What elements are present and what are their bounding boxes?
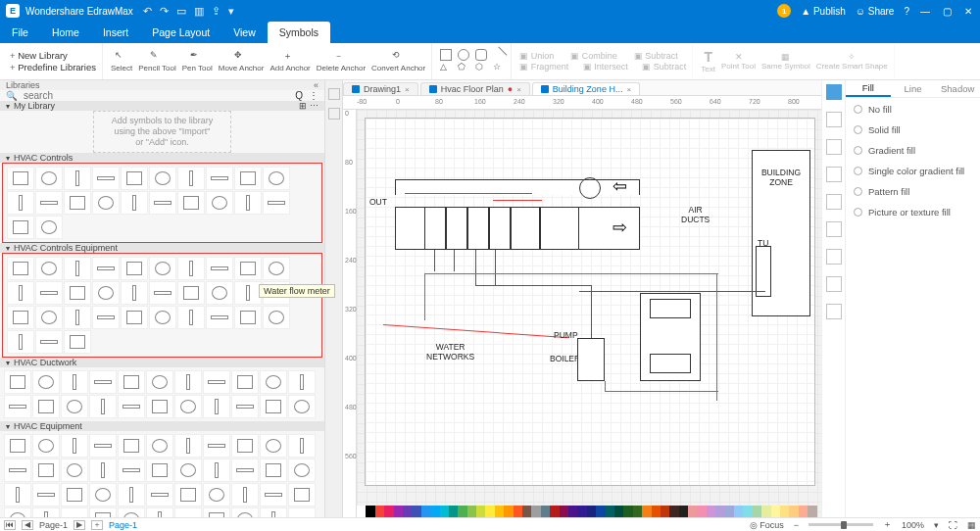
library-symbol[interactable] <box>64 257 91 280</box>
close-icon[interactable]: × <box>405 85 410 94</box>
fullscreen-icon[interactable]: ⛶ <box>949 520 957 530</box>
text-tool[interactable]: TText <box>701 49 715 73</box>
library-symbol[interactable] <box>149 167 176 190</box>
color-swatch[interactable] <box>541 506 550 517</box>
library-symbol[interactable] <box>288 483 316 507</box>
share-button[interactable]: ☺ Share <box>856 6 895 17</box>
zoom-slider[interactable] <box>808 523 873 526</box>
color-swatch[interactable] <box>642 506 651 517</box>
color-swatch[interactable] <box>789 506 798 517</box>
color-swatch[interactable] <box>688 506 697 517</box>
library-symbol[interactable] <box>32 459 60 482</box>
color-swatch[interactable] <box>430 506 439 517</box>
library-symbol[interactable] <box>146 459 173 482</box>
fill-option-gradient[interactable]: Gradient fill <box>854 145 972 156</box>
library-symbol[interactable] <box>32 483 60 507</box>
library-symbol[interactable] <box>7 306 34 329</box>
library-symbol[interactable] <box>174 434 202 458</box>
library-symbol[interactable] <box>288 459 316 482</box>
color-swatch[interactable] <box>550 506 559 517</box>
library-symbol[interactable] <box>146 483 173 507</box>
color-swatch[interactable] <box>799 506 808 517</box>
new-library-button[interactable]: New Library <box>10 50 96 61</box>
tab-line[interactable]: Line <box>891 80 936 97</box>
library-symbol[interactable] <box>118 459 145 482</box>
doctab-hvac-floor-plan[interactable]: Hvac Floor Plan●× <box>420 82 530 95</box>
library-symbol[interactable] <box>89 483 117 507</box>
add-symbol-icon[interactable]: ⊞ <box>299 101 307 111</box>
library-symbol[interactable] <box>118 434 145 458</box>
library-symbol[interactable] <box>174 507 202 517</box>
section-menu-icon[interactable]: ⋯ <box>310 101 318 111</box>
library-symbol[interactable] <box>234 306 262 329</box>
point-tool[interactable]: ✕Point Tool <box>721 52 756 71</box>
library-symbol[interactable] <box>121 257 148 280</box>
color-swatch[interactable] <box>753 506 761 517</box>
library-symbol[interactable] <box>203 434 230 458</box>
library-symbol[interactable] <box>7 191 34 215</box>
library-symbol[interactable] <box>260 459 287 482</box>
layers-icon[interactable] <box>826 167 842 182</box>
color-swatch[interactable] <box>476 506 485 517</box>
library-symbol[interactable] <box>4 507 31 517</box>
library-symbol[interactable] <box>32 434 60 458</box>
drawing-page[interactable]: OUT AHU BUILDING ZONE AIR DUCTS TU <box>365 118 815 486</box>
select-tool[interactable]: ↖Select <box>111 50 132 72</box>
library-symbol[interactable] <box>89 459 117 482</box>
library-symbol[interactable] <box>203 395 230 418</box>
color-swatch[interactable] <box>458 506 466 517</box>
section-hvac-controls[interactable]: ▾HVAC Controls <box>0 153 324 163</box>
color-swatch[interactable] <box>652 506 661 517</box>
library-symbol[interactable] <box>174 395 202 418</box>
library-symbol[interactable] <box>7 216 34 239</box>
section-hvac-controls-equipment[interactable]: ▾HVAC Controls Equipment <box>0 243 324 253</box>
fill-option-pattern[interactable]: Pattern fill <box>854 186 972 197</box>
library-symbol[interactable] <box>92 167 120 190</box>
library-symbol[interactable] <box>260 370 287 394</box>
library-symbol[interactable] <box>35 167 63 190</box>
zoom-dropdown-icon[interactable]: ▾ <box>934 520 939 530</box>
ruler-icon[interactable] <box>826 139 842 155</box>
color-swatch[interactable] <box>780 506 789 517</box>
op-subtract[interactable]: ▣ Subtract <box>634 51 678 61</box>
library-symbol[interactable] <box>260 507 287 517</box>
redo-icon[interactable]: ↷ <box>160 5 169 18</box>
library-symbol[interactable] <box>35 191 63 215</box>
library-symbol[interactable] <box>121 191 148 215</box>
size-icon[interactable] <box>826 221 842 237</box>
close-icon[interactable]: × <box>516 85 521 94</box>
library-symbol[interactable] <box>89 434 117 458</box>
zoom-in-button[interactable]: ＋ <box>883 518 892 531</box>
library-symbol[interactable] <box>149 281 176 305</box>
color-swatch[interactable] <box>522 506 531 517</box>
pencil-tool[interactable]: ✎Pencil Tool <box>138 50 176 72</box>
library-symbol[interactable] <box>263 167 290 190</box>
library-symbol[interactable] <box>32 395 60 418</box>
library-symbol[interactable] <box>7 330 34 354</box>
library-symbol[interactable] <box>32 507 60 517</box>
library-symbol[interactable] <box>231 395 259 418</box>
shape-hexagon[interactable]: ⬡ <box>475 62 487 73</box>
section-my-library[interactable]: ▾ My Library ⊞ ⋯ <box>0 101 324 111</box>
library-symbol[interactable] <box>288 507 316 517</box>
color-swatch[interactable] <box>707 506 715 517</box>
color-swatch[interactable] <box>440 506 449 517</box>
library-symbol[interactable] <box>203 370 230 394</box>
library-symbol[interactable] <box>146 507 173 517</box>
menu-view[interactable]: View <box>221 22 268 43</box>
library-symbol[interactable] <box>174 370 202 394</box>
color-swatch[interactable] <box>679 506 688 517</box>
library-symbol[interactable] <box>118 370 145 394</box>
box-tu[interactable] <box>756 246 771 297</box>
color-swatch[interactable] <box>384 506 393 517</box>
color-swatch[interactable] <box>623 506 632 517</box>
library-symbol[interactable] <box>64 330 91 354</box>
library-symbol[interactable] <box>92 281 120 305</box>
library-symbol[interactable] <box>234 257 262 280</box>
color-swatch[interactable] <box>697 506 706 517</box>
library-symbol[interactable] <box>35 281 63 305</box>
library-symbol[interactable] <box>174 483 202 507</box>
pen-tool[interactable]: ✒Pen Tool <box>182 50 213 72</box>
library-symbol[interactable] <box>121 167 148 190</box>
op-combine[interactable]: ▣ Combine <box>570 51 617 61</box>
